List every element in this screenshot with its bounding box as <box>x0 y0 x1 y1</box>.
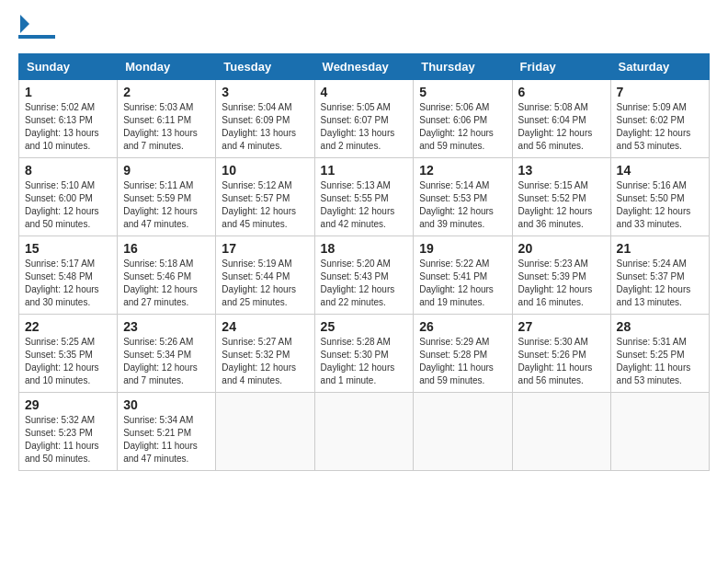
logo <box>18 18 55 39</box>
day-number: 4 <box>321 85 408 99</box>
calendar-header-row: SundayMondayTuesdayWednesdayThursdayFrid… <box>19 54 710 80</box>
day-info: Sunrise: 5:27 AMSunset: 5:32 PMDaylight:… <box>222 336 308 387</box>
header <box>18 18 710 39</box>
logo-underline <box>18 35 55 39</box>
calendar-cell <box>512 393 610 471</box>
calendar-week-1: 1Sunrise: 5:02 AMSunset: 6:13 PMDaylight… <box>19 80 710 158</box>
calendar-cell: 24Sunrise: 5:27 AMSunset: 5:32 PMDayligh… <box>216 315 314 393</box>
calendar-week-5: 29Sunrise: 5:32 AMSunset: 5:23 PMDayligh… <box>19 393 710 471</box>
calendar-cell: 6Sunrise: 5:08 AMSunset: 6:04 PMDaylight… <box>512 80 610 158</box>
day-number: 20 <box>518 241 605 256</box>
column-header-friday: Friday <box>512 54 610 80</box>
column-header-saturday: Saturday <box>610 54 709 80</box>
day-number: 12 <box>419 163 506 178</box>
calendar-cell: 29Sunrise: 5:32 AMSunset: 5:23 PMDayligh… <box>19 393 118 471</box>
calendar-cell: 7Sunrise: 5:09 AMSunset: 6:02 PMDaylight… <box>610 80 709 158</box>
day-info: Sunrise: 5:03 AMSunset: 6:11 PMDaylight:… <box>123 101 210 153</box>
day-number: 16 <box>123 241 210 256</box>
day-number: 1 <box>25 85 111 99</box>
calendar-cell: 16Sunrise: 5:18 AMSunset: 5:46 PMDayligh… <box>118 236 216 315</box>
day-number: 3 <box>222 85 308 99</box>
column-header-sunday: Sunday <box>19 54 118 80</box>
calendar-table: SundayMondayTuesdayWednesdayThursdayFrid… <box>18 53 710 471</box>
day-number: 11 <box>321 163 408 178</box>
calendar-cell <box>314 393 414 471</box>
calendar-week-4: 22Sunrise: 5:25 AMSunset: 5:35 PMDayligh… <box>19 315 710 393</box>
day-info: Sunrise: 5:30 AMSunset: 5:26 PMDaylight:… <box>518 336 605 387</box>
calendar-cell: 5Sunrise: 5:06 AMSunset: 6:06 PMDaylight… <box>414 80 512 158</box>
day-number: 7 <box>617 85 703 99</box>
day-number: 23 <box>123 319 210 334</box>
day-info: Sunrise: 5:06 AMSunset: 6:06 PMDaylight:… <box>419 101 506 153</box>
day-info: Sunrise: 5:29 AMSunset: 5:28 PMDaylight:… <box>419 336 506 387</box>
calendar-cell: 21Sunrise: 5:24 AMSunset: 5:37 PMDayligh… <box>610 236 709 315</box>
calendar-cell: 17Sunrise: 5:19 AMSunset: 5:44 PMDayligh… <box>216 236 314 315</box>
calendar-cell: 27Sunrise: 5:30 AMSunset: 5:26 PMDayligh… <box>512 315 610 393</box>
day-number: 13 <box>518 163 605 178</box>
calendar-cell: 4Sunrise: 5:05 AMSunset: 6:07 PMDaylight… <box>314 80 414 158</box>
day-info: Sunrise: 5:17 AMSunset: 5:48 PMDaylight:… <box>25 258 111 309</box>
day-info: Sunrise: 5:11 AMSunset: 5:59 PMDaylight:… <box>123 179 210 231</box>
day-info: Sunrise: 5:10 AMSunset: 6:00 PMDaylight:… <box>25 179 111 231</box>
day-info: Sunrise: 5:13 AMSunset: 5:55 PMDaylight:… <box>321 179 408 231</box>
day-number: 30 <box>123 397 210 412</box>
column-header-wednesday: Wednesday <box>314 54 414 80</box>
day-number: 22 <box>25 319 111 334</box>
day-info: Sunrise: 5:26 AMSunset: 5:34 PMDaylight:… <box>123 336 210 387</box>
day-number: 17 <box>222 241 308 256</box>
calendar-cell: 20Sunrise: 5:23 AMSunset: 5:39 PMDayligh… <box>512 236 610 315</box>
calendar-cell: 23Sunrise: 5:26 AMSunset: 5:34 PMDayligh… <box>118 315 216 393</box>
day-info: Sunrise: 5:08 AMSunset: 6:04 PMDaylight:… <box>518 101 605 153</box>
calendar-week-2: 8Sunrise: 5:10 AMSunset: 6:00 PMDaylight… <box>19 158 710 236</box>
day-info: Sunrise: 5:14 AMSunset: 5:53 PMDaylight:… <box>419 179 506 231</box>
day-number: 29 <box>25 397 111 412</box>
column-header-tuesday: Tuesday <box>216 54 314 80</box>
day-number: 5 <box>419 85 506 99</box>
calendar-cell: 15Sunrise: 5:17 AMSunset: 5:48 PMDayligh… <box>19 236 118 315</box>
calendar-cell: 1Sunrise: 5:02 AMSunset: 6:13 PMDaylight… <box>19 80 118 158</box>
day-number: 24 <box>222 319 308 334</box>
day-info: Sunrise: 5:19 AMSunset: 5:44 PMDaylight:… <box>222 258 308 309</box>
day-info: Sunrise: 5:24 AMSunset: 5:37 PMDaylight:… <box>617 258 703 309</box>
day-number: 18 <box>321 241 408 256</box>
day-info: Sunrise: 5:20 AMSunset: 5:43 PMDaylight:… <box>321 258 408 309</box>
calendar-cell: 11Sunrise: 5:13 AMSunset: 5:55 PMDayligh… <box>314 158 414 236</box>
day-info: Sunrise: 5:18 AMSunset: 5:46 PMDaylight:… <box>123 258 210 309</box>
day-number: 15 <box>25 241 111 256</box>
calendar-cell <box>216 393 314 471</box>
calendar-week-3: 15Sunrise: 5:17 AMSunset: 5:48 PMDayligh… <box>19 236 710 315</box>
day-info: Sunrise: 5:09 AMSunset: 6:02 PMDaylight:… <box>617 101 703 153</box>
calendar-cell: 19Sunrise: 5:22 AMSunset: 5:41 PMDayligh… <box>414 236 512 315</box>
calendar-cell: 30Sunrise: 5:34 AMSunset: 5:21 PMDayligh… <box>118 393 216 471</box>
day-info: Sunrise: 5:32 AMSunset: 5:23 PMDaylight:… <box>25 414 111 465</box>
day-number: 10 <box>222 163 308 178</box>
calendar-cell: 14Sunrise: 5:16 AMSunset: 5:50 PMDayligh… <box>610 158 709 236</box>
calendar-cell: 12Sunrise: 5:14 AMSunset: 5:53 PMDayligh… <box>414 158 512 236</box>
day-info: Sunrise: 5:28 AMSunset: 5:30 PMDaylight:… <box>321 336 408 387</box>
day-info: Sunrise: 5:22 AMSunset: 5:41 PMDaylight:… <box>419 258 506 309</box>
day-info: Sunrise: 5:34 AMSunset: 5:21 PMDaylight:… <box>123 414 210 465</box>
calendar-cell: 22Sunrise: 5:25 AMSunset: 5:35 PMDayligh… <box>19 315 118 393</box>
calendar-cell: 10Sunrise: 5:12 AMSunset: 5:57 PMDayligh… <box>216 158 314 236</box>
calendar-cell: 25Sunrise: 5:28 AMSunset: 5:30 PMDayligh… <box>314 315 414 393</box>
calendar-cell: 13Sunrise: 5:15 AMSunset: 5:52 PMDayligh… <box>512 158 610 236</box>
day-info: Sunrise: 5:05 AMSunset: 6:07 PMDaylight:… <box>321 101 408 153</box>
day-info: Sunrise: 5:04 AMSunset: 6:09 PMDaylight:… <box>222 101 308 153</box>
day-info: Sunrise: 5:31 AMSunset: 5:25 PMDaylight:… <box>617 336 703 387</box>
logo-triangle-icon <box>20 15 29 33</box>
day-info: Sunrise: 5:12 AMSunset: 5:57 PMDaylight:… <box>222 179 308 231</box>
calendar-cell <box>610 393 709 471</box>
day-info: Sunrise: 5:23 AMSunset: 5:39 PMDaylight:… <box>518 258 605 309</box>
column-header-monday: Monday <box>118 54 216 80</box>
day-number: 27 <box>518 319 605 334</box>
day-number: 28 <box>617 319 703 334</box>
calendar-cell: 3Sunrise: 5:04 AMSunset: 6:09 PMDaylight… <box>216 80 314 158</box>
day-info: Sunrise: 5:25 AMSunset: 5:35 PMDaylight:… <box>25 336 111 387</box>
day-number: 6 <box>518 85 605 99</box>
day-number: 21 <box>617 241 703 256</box>
day-number: 26 <box>419 319 506 334</box>
column-header-thursday: Thursday <box>414 54 512 80</box>
day-number: 25 <box>321 319 408 334</box>
day-info: Sunrise: 5:16 AMSunset: 5:50 PMDaylight:… <box>617 179 703 231</box>
calendar-cell: 18Sunrise: 5:20 AMSunset: 5:43 PMDayligh… <box>314 236 414 315</box>
